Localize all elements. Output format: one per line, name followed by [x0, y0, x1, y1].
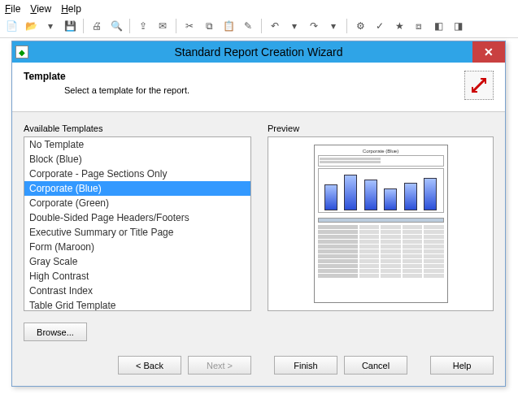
redo-icon[interactable]: ↷: [306, 18, 322, 34]
template-item[interactable]: Block (Blue): [24, 152, 250, 167]
header-title: Template: [24, 71, 189, 82]
close-icon[interactable]: ✕: [472, 41, 505, 63]
export-icon[interactable]: ⇪: [135, 18, 151, 34]
wizard-header: Template Select a template for the repor…: [12, 63, 505, 112]
undo-icon[interactable]: ↶: [267, 18, 283, 34]
preview-chart: [318, 168, 444, 213]
template-item[interactable]: High Contrast: [24, 269, 250, 284]
header-desc: Select a template for the report.: [64, 85, 189, 95]
template-listbox[interactable]: No TemplateBlock (Blue)Corporate - Page …: [24, 136, 251, 311]
tool4-icon[interactable]: ⧈: [411, 18, 427, 34]
tool3-icon[interactable]: ★: [391, 18, 407, 34]
preview-label: Preview: [268, 123, 494, 133]
wizard-dialog: ◆ Standard Report Creation Wizard ✕ Temp…: [11, 41, 506, 387]
template-item[interactable]: Contrast Index: [24, 284, 250, 298]
cut-icon[interactable]: ✂: [181, 18, 198, 34]
available-templates-label: Available Templates: [24, 123, 251, 133]
paste-icon[interactable]: 📋: [220, 18, 237, 34]
back-button[interactable]: < Back: [118, 356, 181, 375]
separator: [261, 19, 262, 33]
tool5-icon[interactable]: ◧: [430, 18, 446, 34]
help-button[interactable]: Help: [430, 356, 494, 375]
copy-icon[interactable]: ⧉: [201, 18, 217, 34]
menu-view[interactable]: View: [30, 3, 51, 15]
separator: [176, 19, 176, 33]
preview-icon[interactable]: 🔍: [108, 18, 124, 34]
new-doc-icon[interactable]: 📄: [3, 18, 20, 34]
browse-button[interactable]: Browse...: [24, 323, 87, 341]
template-item[interactable]: Double-Sided Page Headers/Footers: [24, 210, 250, 225]
preview-table-header: [318, 218, 444, 223]
template-item[interactable]: Corporate (Blue): [24, 181, 250, 196]
separator: [346, 19, 347, 33]
format-icon[interactable]: ✎: [240, 18, 256, 34]
preview-table: [318, 225, 444, 299]
next-button[interactable]: Next >: [188, 356, 251, 375]
header-icon: [464, 71, 494, 100]
tool6-icon[interactable]: ◨: [450, 18, 466, 34]
preview-page: Corporate (Blue): [314, 145, 448, 303]
tool2-icon[interactable]: ✓: [372, 18, 388, 34]
undo-drop-icon[interactable]: ▾: [286, 18, 303, 34]
template-item[interactable]: Corporate - Page Sections Only: [24, 167, 250, 181]
title-bar: ◆ Standard Report Creation Wizard ✕: [12, 41, 505, 63]
menu-file[interactable]: File: [5, 3, 20, 15]
open-icon[interactable]: 📂: [23, 18, 39, 34]
separator: [129, 19, 130, 33]
preview-pane: Corporate (Blue): [268, 136, 494, 311]
cancel-button[interactable]: Cancel: [344, 356, 407, 375]
dropdown-icon[interactable]: ▾: [42, 18, 59, 34]
preview-summary-box: [318, 155, 444, 167]
menu-bar: File View Help: [0, 0, 518, 16]
print-icon[interactable]: 🖨: [89, 18, 105, 34]
dialog-title: Standard Report Creation Wizard: [12, 45, 505, 58]
mail-icon[interactable]: ✉: [155, 18, 171, 34]
toolbar: 📄 📂 ▾ 💾 🖨 🔍 ⇪ ✉ ✂ ⧉ 📋 ✎ ↶ ▾ ↷ ▾ ⚙ ✓ ★ ⧈ …: [0, 16, 518, 38]
template-item[interactable]: Table Grid Template: [24, 298, 250, 311]
save-icon[interactable]: 💾: [62, 18, 78, 34]
preview-page-title: Corporate (Blue): [318, 149, 444, 154]
finish-button[interactable]: Finish: [274, 356, 337, 375]
separator: [83, 19, 84, 33]
template-item[interactable]: Form (Maroon): [24, 240, 250, 254]
template-item[interactable]: Gray Scale: [24, 254, 250, 269]
redo-drop-icon[interactable]: ▾: [325, 18, 342, 34]
tool1-icon[interactable]: ⚙: [352, 18, 368, 34]
template-item[interactable]: Executive Summary or Title Page: [24, 225, 250, 240]
template-item[interactable]: No Template: [24, 137, 250, 152]
template-item[interactable]: Corporate (Green): [24, 196, 250, 210]
menu-help[interactable]: Help: [61, 3, 81, 15]
wizard-footer: < Back Next > Finish Cancel Help: [12, 341, 505, 386]
